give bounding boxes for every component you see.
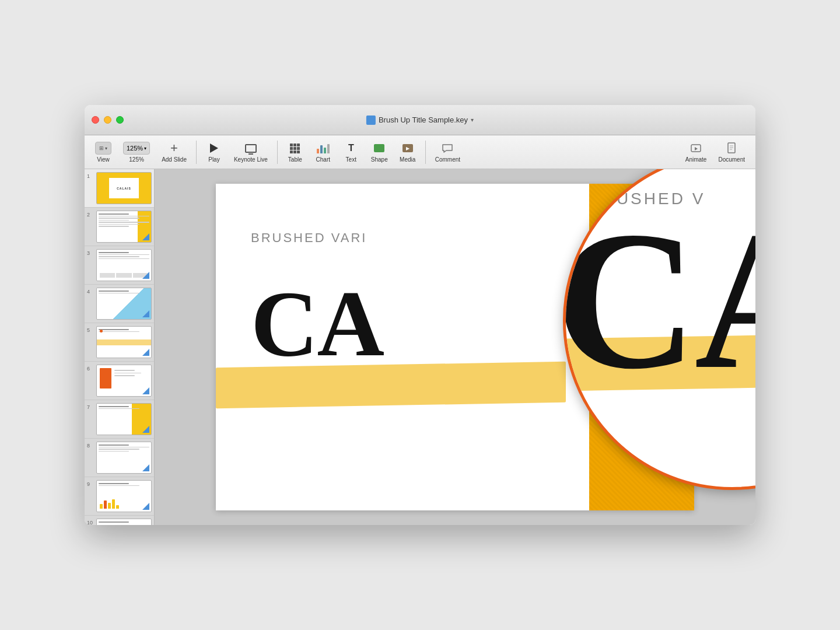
slide-thumb-9[interactable]: 9: [85, 477, 154, 516]
comment-icon: [442, 144, 453, 153]
maximize-button[interactable]: [116, 116, 124, 124]
slide-thumb-4[interactable]: 4: [85, 285, 154, 323]
animate-label: Animate: [685, 156, 707, 163]
chart-icon-area: [317, 141, 330, 155]
zoom-icon-area: 125% ▾: [123, 141, 150, 155]
keynote-live-icon: [245, 144, 257, 153]
slide-preview-1: CALAIS: [96, 172, 152, 204]
slide-subtitle: BRUSHED VARI: [251, 230, 367, 246]
zoom-control[interactable]: 125% ▾: [123, 142, 150, 155]
chart-bars-9: [100, 497, 119, 509]
table-icon: [290, 144, 300, 153]
media-button[interactable]: ▶ Media: [395, 139, 421, 165]
table-button[interactable]: Table: [282, 139, 308, 165]
add-slide-label: Add Slide: [162, 156, 187, 163]
slide-thumb-5[interactable]: 5: [85, 323, 154, 362]
thumb-accent-5: [142, 349, 149, 356]
thumb-accent-2: [142, 233, 149, 240]
slide-preview-5: [96, 326, 152, 358]
slide-preview-10: [96, 519, 152, 525]
text-button[interactable]: T Text: [338, 139, 364, 165]
slide-thumb-8[interactable]: 8: [85, 439, 154, 477]
media-label: Media: [400, 156, 415, 163]
table-icon-area: [290, 141, 300, 155]
view-label: View: [97, 156, 110, 163]
window-title: Brush Up Title Sample.key: [379, 116, 468, 124]
slide-thumb-3[interactable]: 3: [85, 246, 154, 285]
slide-preview-7: [96, 403, 152, 435]
view-icon-area: ⊞ ▾: [95, 141, 111, 155]
play-button[interactable]: Play: [201, 139, 227, 165]
slide-preview-9: [96, 480, 152, 512]
slide-thumb-2[interactable]: 2: [85, 208, 154, 246]
thumb-accent-9: [142, 503, 149, 510]
titlebar: Brush Up Title Sample.key ▾: [85, 105, 755, 135]
zoom-label: 125%: [129, 156, 144, 163]
chevron-icon: ▾: [471, 117, 474, 123]
slide-thumb-6[interactable]: 6: [85, 362, 154, 400]
view-icon: ⊞ ▾: [95, 142, 111, 155]
slide-number-1: 1: [87, 173, 94, 179]
play-icon: [210, 144, 218, 153]
text-icon: T: [348, 144, 354, 153]
slide-thumb-1[interactable]: 1 CALAIS: [85, 169, 154, 208]
zoom-value: 125%: [127, 145, 143, 152]
keynote-file-icon: [366, 116, 376, 125]
divider-2: [277, 141, 278, 164]
slide-preview-2: [96, 211, 152, 243]
play-label: Play: [208, 156, 219, 163]
close-button[interactable]: [92, 116, 99, 124]
thumb-accent-8: [142, 464, 149, 471]
traffic-lights: [92, 116, 124, 124]
minimize-button[interactable]: [104, 116, 111, 124]
shape-icon: [374, 144, 384, 152]
chart-label: Chart: [316, 156, 330, 163]
shape-icon-area: [374, 141, 384, 155]
slide-preview-4: [96, 288, 152, 320]
keynote-live-label: Keynote Live: [234, 156, 268, 163]
slide-preview-3: [96, 249, 152, 281]
document-label: Document: [718, 156, 745, 163]
chart-icon: [317, 143, 330, 153]
divider-1: [196, 141, 197, 164]
slide-preview-8: [96, 442, 152, 474]
app-window: Brush Up Title Sample.key ▾ ⊞ ▾ View 125…: [85, 105, 755, 525]
document-button[interactable]: Document: [713, 139, 750, 165]
text-icon-area: T: [348, 141, 354, 155]
main-content: 1 CALAIS 2: [85, 169, 755, 525]
keynote-live-button[interactable]: Keynote Live: [229, 139, 272, 165]
add-slide-icon-area: +: [170, 141, 178, 155]
add-slide-button[interactable]: + Add Slide: [157, 139, 191, 165]
text-label: Text: [346, 156, 356, 163]
keynote-live-icon-area: [245, 141, 257, 155]
view-button[interactable]: ⊞ ▾ View: [90, 139, 116, 165]
comment-button[interactable]: Comment: [430, 139, 465, 165]
orange-dot-5: [100, 330, 103, 332]
zoom-button[interactable]: 125% ▾ 125%: [118, 139, 155, 165]
canvas-area[interactable]: BRUSHED VARI CA BRUSHED V: [155, 169, 755, 525]
slide-number-8: 8: [87, 443, 94, 449]
yellow-brush-stroke: [216, 362, 566, 408]
slide-thumb-7[interactable]: 7: [85, 400, 154, 439]
slide-thumb-10[interactable]: 10: [85, 516, 154, 525]
slide-number-9: 9: [87, 481, 94, 487]
document-icon-area: [727, 141, 736, 155]
slide-number-4: 4: [87, 289, 94, 295]
sidebar: 1 CALAIS 2: [85, 169, 155, 525]
slide-number-10: 10: [87, 520, 94, 525]
chart-button[interactable]: Chart: [310, 139, 336, 165]
zoom-chevron: ▾: [144, 146, 146, 151]
slide-preview-6: [96, 365, 152, 397]
toolbar: ⊞ ▾ View 125% ▾ 125% + Add Slide: [85, 135, 755, 169]
magnify-content: BRUSHED V CA: [566, 169, 755, 487]
animate-icon: [690, 144, 702, 153]
animate-icon-area: [690, 141, 702, 155]
slide-number-6: 6: [87, 366, 94, 372]
magnify-circle: BRUSHED V CA: [563, 169, 755, 490]
shape-button[interactable]: Shape: [366, 139, 393, 165]
animate-button[interactable]: Animate: [681, 139, 712, 165]
slide-number-5: 5: [87, 327, 94, 333]
plus-icon: +: [170, 142, 178, 155]
table-label: Table: [288, 156, 302, 163]
document-icon: [727, 142, 736, 154]
